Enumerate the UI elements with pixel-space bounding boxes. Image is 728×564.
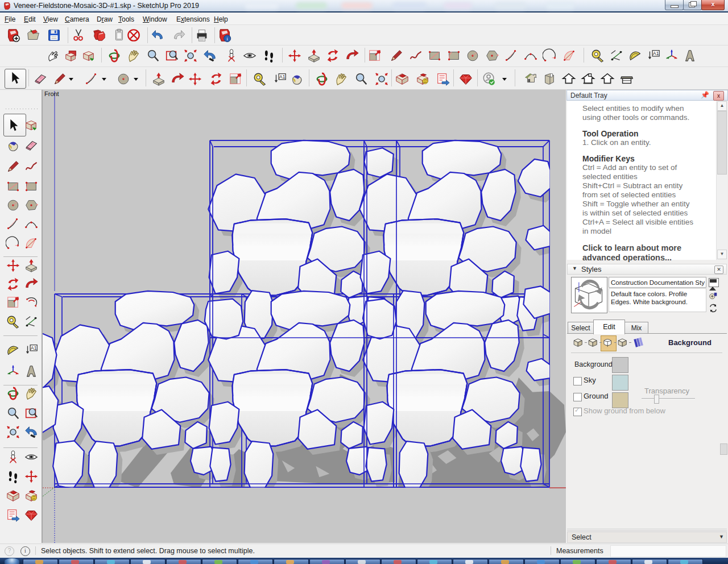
svg-text:i: i xyxy=(226,36,228,42)
svg-text:A1: A1 xyxy=(31,345,37,351)
svg-text:Front: Front xyxy=(44,90,59,97)
svg-text:A1: A1 xyxy=(653,51,659,56)
svg-text:A1: A1 xyxy=(279,74,286,80)
